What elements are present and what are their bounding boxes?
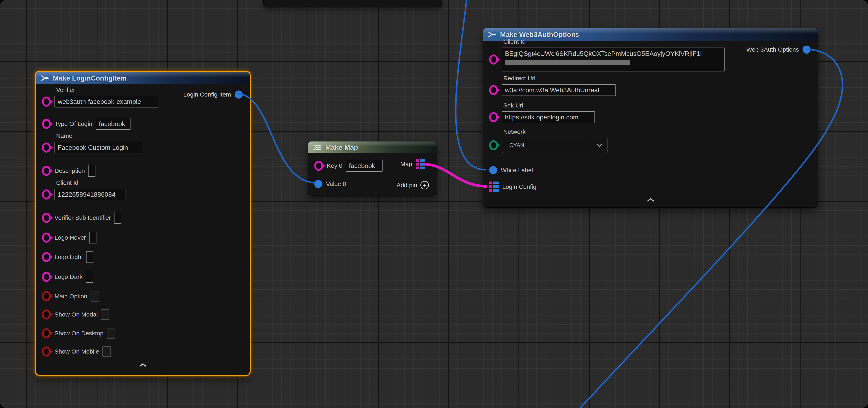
object-pin-white-label[interactable]	[489, 166, 497, 174]
pin-row-value-0: Value 0	[308, 178, 346, 190]
logo-light-input[interactable]	[86, 251, 93, 263]
pin-label: Network	[503, 128, 526, 135]
string-pin-verifier[interactable]	[42, 97, 51, 107]
string-pin-logo-hover[interactable]	[42, 233, 51, 243]
pin-row-name: Name Facebook Custom Login	[36, 142, 142, 154]
pin-row-show-on-desktop: Show On Desktop	[36, 328, 115, 339]
wire-top-to-white-label[interactable]	[456, 0, 486, 170]
plus-circle-icon: +	[421, 181, 429, 190]
pin-label: Redirect Url	[503, 75, 535, 82]
object-pin-value-0[interactable]	[314, 180, 322, 188]
enum-pin-network[interactable]	[489, 140, 498, 150]
output-pin-login-config-item[interactable]	[235, 91, 243, 99]
map-pin-login-config[interactable]	[489, 181, 499, 192]
verifier-sub-identifier-input[interactable]	[114, 212, 121, 224]
node-make-loginconfigitem-header[interactable]: Make LoginConfigItem	[36, 72, 250, 84]
pin-row-client-id: Client Id 1222658941886084	[36, 189, 125, 200]
string-pin-key-0[interactable]	[314, 161, 323, 171]
network-dropdown[interactable]: CYAN	[502, 138, 608, 153]
verifier-input[interactable]: web3auth-facebook-example	[55, 96, 158, 107]
redirect-url-input[interactable]: w3a://com.w3a.Web3AuthUnreal	[502, 84, 616, 96]
pin-row-show-on-modal: Show On Modal	[36, 309, 110, 320]
string-pin-redirect-url[interactable]	[489, 85, 498, 95]
node-make-map-header[interactable]: Make Map	[308, 141, 437, 153]
key-0-input[interactable]: facebook	[346, 160, 382, 172]
make-map-icon	[313, 144, 322, 151]
pin-label: Sdk Url	[503, 102, 523, 109]
blueprint-graph-canvas[interactable]: Make LoginConfigItem Login Config Item V…	[0, 0, 868, 408]
make-struct-icon	[40, 74, 50, 82]
pin-label: Show On Desktop	[55, 330, 103, 337]
pin-row-logo-hover: Logo Hover	[36, 232, 96, 243]
node-title: Make LoginConfigItem	[53, 74, 127, 82]
pin-label: Login Config	[502, 183, 536, 190]
offscreen-node-bottom-edge[interactable]	[264, 0, 442, 7]
client-id-scrollbar[interactable]	[505, 60, 630, 65]
pin-label: Type Of Login	[55, 121, 92, 127]
pin-row-login-config: Login Config	[483, 181, 536, 193]
pin-row-verifier: Verifier web3auth-facebook-example	[36, 96, 158, 107]
pin-label: Key 0	[327, 162, 342, 169]
output-row-map: Map	[400, 159, 429, 169]
pin-row-key-0: Key 0 facebook	[308, 160, 382, 172]
map-pin-output[interactable]	[416, 159, 425, 169]
string-pin-description[interactable]	[42, 166, 51, 176]
collapse-chevron-icon[interactable]	[138, 363, 147, 367]
collapse-chevron-icon[interactable]	[646, 198, 655, 202]
output-row-web3auth-options: Web 3Auth Options	[746, 44, 811, 55]
make-struct-icon	[488, 31, 497, 38]
bool-pin-show-on-mobile[interactable]	[42, 346, 51, 356]
pin-row-description: Description	[36, 165, 95, 177]
add-pin-label: Add pin	[397, 182, 417, 189]
type-of-login-input[interactable]: facebook	[96, 118, 130, 130]
string-pin-logo-light[interactable]	[42, 252, 51, 262]
string-pin-sdk-url[interactable]	[489, 112, 498, 122]
client-id-text: BEglQSgt4cUWcj6SKRdu5QkOXTsePmMcusG5EAoy…	[505, 50, 702, 57]
pin-row-logo-dark: Logo Dark	[36, 271, 93, 283]
string-pin-logo-dark[interactable]	[42, 272, 51, 282]
output-pin-label: Web 3Auth Options	[746, 46, 799, 53]
output-pin-label: Login Config Item	[183, 91, 231, 98]
add-pin-row: Add pin +	[397, 180, 429, 191]
network-dropdown-value: CYAN	[509, 142, 524, 148]
bool-pin-main-option[interactable]	[42, 291, 51, 301]
string-pin-verifier-sub-identifier[interactable]	[42, 213, 51, 223]
node-make-web3authoptions-header[interactable]: Make Web3AuthOptions	[483, 28, 818, 41]
show-on-modal-checkbox[interactable]	[101, 309, 110, 320]
pin-label: Show On Mobile	[55, 348, 99, 355]
output-pin-web3auth-options[interactable]	[803, 45, 811, 54]
pin-row-network: Network CYAN	[483, 138, 608, 153]
string-pin-client-id[interactable]	[489, 55, 498, 65]
node-make-loginconfigitem[interactable]: Make LoginConfigItem Login Config Item V…	[35, 71, 251, 376]
add-pin-button[interactable]: Add pin +	[397, 181, 429, 190]
chevron-down-icon	[597, 144, 602, 147]
pin-label: Show On Modal	[55, 311, 98, 318]
main-option-checkbox[interactable]	[91, 291, 99, 302]
pin-row-type-of-login: Type Of Login facebook	[36, 118, 130, 130]
show-on-mobile-checkbox[interactable]	[102, 346, 111, 357]
pin-label: Logo Dark	[55, 273, 83, 280]
pin-row-sdk-url: Sdk Url https://sdk.openlogin.com	[483, 111, 595, 123]
sdk-url-input[interactable]: https://sdk.openlogin.com	[502, 111, 595, 123]
pin-label: Value 0	[326, 180, 346, 188]
pin-label: Logo Light	[55, 253, 83, 261]
string-pin-client-id[interactable]	[42, 190, 51, 200]
string-pin-type-of-login[interactable]	[42, 119, 51, 129]
string-pin-name[interactable]	[42, 142, 51, 152]
pin-row-client-id: Client Id BEglQSgt4cUWcj6SKRdu5QkOXTsePm…	[483, 47, 724, 71]
pin-label: Verifier Sub Identifier	[55, 214, 111, 221]
client-id-input[interactable]: 1222658941886084	[55, 189, 125, 200]
client-id-input[interactable]: BEglQSgt4cUWcj6SKRdu5QkOXTsePmMcusG5EAoy…	[502, 47, 724, 71]
bool-pin-show-on-desktop[interactable]	[42, 328, 51, 338]
show-on-desktop-checkbox[interactable]	[107, 328, 115, 339]
node-title: Make Web3AuthOptions	[500, 31, 579, 38]
node-make-map[interactable]: Make Map Key 0 facebook Value 0 Map Add …	[308, 141, 437, 196]
name-input[interactable]: Facebook Custom Login	[55, 142, 142, 154]
description-input[interactable]	[88, 165, 95, 177]
pin-label: Client Id	[503, 38, 526, 45]
node-make-web3authoptions[interactable]: Make Web3AuthOptions Web 3Auth Options C…	[483, 28, 818, 208]
pin-row-white-label: White Label	[483, 164, 533, 176]
bool-pin-show-on-modal[interactable]	[42, 309, 51, 319]
logo-hover-input[interactable]	[89, 232, 96, 243]
logo-dark-input[interactable]	[86, 271, 93, 283]
